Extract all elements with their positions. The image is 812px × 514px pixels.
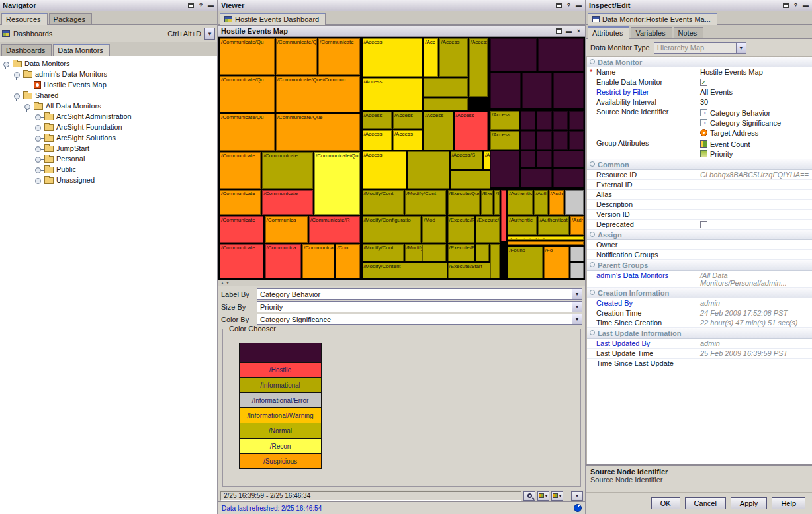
treemap-tile-fo[interactable]: /Fo <box>544 247 569 278</box>
expand-icon[interactable] <box>34 155 42 163</box>
treemap-tile-mod[interactable]: /Mod <box>422 216 446 243</box>
splitter-down-icon[interactable]: ▼ <box>226 281 230 285</box>
treemap-tile[interactable] <box>476 244 489 261</box>
treemap-tile-communica[interactable]: /Communica <box>265 244 301 278</box>
minimize-icon[interactable]: ▬ <box>207 2 214 9</box>
inspector-tab-notes[interactable]: Notes <box>674 27 704 38</box>
cancel-button[interactable]: Cancel <box>685 497 726 509</box>
treemap-tile[interactable] <box>521 111 535 130</box>
tree-node-unassigned[interactable]: Unassigned <box>0 175 217 185</box>
section-header-common[interactable]: Common <box>587 159 812 170</box>
color-swatch-normal[interactable]: /Normal <box>239 423 322 439</box>
section-header-creation-information[interactable]: Creation Information <box>587 288 812 298</box>
resource-selector-label[interactable]: Dashboards <box>13 30 164 38</box>
size-by-combo[interactable]: Priority▾ <box>257 301 582 312</box>
treemap-tile-authenticat[interactable]: /Authenticat <box>538 216 568 235</box>
treemap-tile-acc[interactable]: /Acc <box>424 38 438 77</box>
expand-icon[interactable] <box>34 145 42 152</box>
tab-data-monitor[interactable]: Data Monitor:Hostile Events Ma... <box>588 13 717 25</box>
treemap-tile[interactable] <box>501 190 506 241</box>
treemap-tile[interactable] <box>521 151 535 168</box>
attr-value[interactable] <box>698 190 812 199</box>
treemap-tile-execute-r[interactable]: /Execute/R <box>448 216 474 243</box>
treemap-tile-modify-content[interactable]: /Modify/Content <box>363 263 448 278</box>
attr-value[interactable] <box>698 240 812 249</box>
treemap-tile-access[interactable]: /Access <box>363 112 392 129</box>
attr-value[interactable]: admin <box>698 298 812 308</box>
help-icon[interactable]: ? <box>197 2 204 9</box>
treemap-tile-access[interactable]: /Access <box>363 130 392 150</box>
treemap-tile-communicate[interactable]: /Communicate <box>262 190 313 215</box>
treemap-tile-communicate-qu[interactable]: /Communicate/Qu <box>220 38 275 75</box>
attr-value[interactable]: 22 hour(s) 47 min(s) 51 sec(s) <box>698 318 812 327</box>
attr-value[interactable] <box>698 200 812 209</box>
treemap-tile-communicate[interactable]: /Communicate <box>220 152 261 189</box>
treemap-tile-communica[interactable]: /Communica <box>302 244 334 278</box>
treemap-tile[interactable] <box>537 151 551 168</box>
attr-value[interactable]: Hostile Events Map <box>698 67 812 77</box>
treemap-tile[interactable] <box>521 169 551 187</box>
treemap-tile[interactable] <box>553 111 568 130</box>
treemap-tile-a[interactable]: /A <box>484 151 490 170</box>
minimize-icon[interactable]: ▬ <box>565 28 572 34</box>
float-panel-icon[interactable] <box>555 28 563 34</box>
tree-node-arcsight-solutions[interactable]: ArcSight Solutions <box>0 132 217 143</box>
zoom-tool-button[interactable] <box>523 491 535 501</box>
section-toggle-icon[interactable] <box>589 161 595 169</box>
panel-dropdown-button[interactable]: ▾ <box>571 491 583 501</box>
attr-value[interactable]: 24 Feb 2009 17:52:08 PST <box>698 308 812 318</box>
resource-selector-dropdown[interactable]: ▾ <box>204 28 215 40</box>
treemap-tile-auth[interactable]: /Auth <box>570 216 584 235</box>
ok-button[interactable]: OK <box>651 497 680 509</box>
treemap-tile-auth[interactable]: /Auth <box>534 190 547 215</box>
treemap-tile-access[interactable]: /Access <box>363 151 406 189</box>
treemap-tile-modify-cont[interactable]: /Modify/Cont <box>363 190 404 215</box>
expand-icon[interactable] <box>34 113 42 120</box>
attr-value[interactable]: 30 <box>698 97 812 107</box>
tree-node-public[interactable]: Public <box>0 164 217 175</box>
treemap-tile-execute-s[interactable]: /Execute/S <box>476 216 500 243</box>
apply-button[interactable]: Apply <box>731 497 768 509</box>
treemap-tile[interactable] <box>553 73 584 108</box>
treemap-tile-communicate-que-commun[interactable]: /Communicate/Que/Commun <box>276 76 360 112</box>
treemap-tile-access[interactable]: /Access <box>363 78 423 110</box>
chevron-down-icon[interactable]: ▾ <box>572 302 582 312</box>
treemap-tile[interactable] <box>553 169 584 187</box>
checkbox-checked[interactable]: ✓ <box>700 79 707 86</box>
treemap-tile[interactable] <box>553 151 584 168</box>
collapse-icon[interactable] <box>13 71 21 78</box>
color-swatch-informational-error[interactable]: /Informational/Error <box>239 393 322 408</box>
help-icon[interactable]: ? <box>565 2 572 9</box>
treemap-tile-execute-f[interactable]: /Execute/F <box>448 244 474 261</box>
chevron-down-icon[interactable]: ▾ <box>572 289 582 299</box>
attr-value[interactable] <box>698 359 812 368</box>
treemap-tile-access-s[interactable]: /Access/S <box>451 151 482 170</box>
attr-value[interactable] <box>698 250 812 259</box>
tree-node-jumpstart[interactable]: JumpStart <box>0 143 217 153</box>
section-toggle-icon[interactable] <box>589 289 595 297</box>
tree-node-admin-s-data-monitors[interactable]: admin's Data Monitors <box>0 69 217 79</box>
treemap-tile-con[interactable]: /Con <box>336 244 359 278</box>
treemap-tile[interactable] <box>451 171 490 189</box>
expand-icon[interactable] <box>34 166 42 173</box>
float-panel-icon[interactable] <box>782 2 789 9</box>
treemap-tile-communicate[interactable]: /Communicate <box>318 38 359 75</box>
treemap-tile[interactable] <box>522 73 551 108</box>
treemap-tile[interactable] <box>422 244 446 261</box>
attr-value[interactable]: 25 Feb 2009 16:39:59 PST <box>698 349 812 358</box>
treemap-tile[interactable] <box>424 98 467 110</box>
hostile-events-treemap[interactable]: /Communicate/Qu/Communicate/Que/Communic… <box>218 37 585 280</box>
color-swatch-suspicious[interactable]: /Suspicious <box>239 454 322 469</box>
treemap-tile-execute-que[interactable]: /Execute/Que <box>448 190 480 215</box>
chevron-down-icon[interactable]: ▾ <box>572 314 582 324</box>
treemap-tile[interactable] <box>490 73 521 108</box>
treemap-tile-access[interactable]: /Access <box>439 38 467 77</box>
treemap-tile[interactable] <box>570 247 584 261</box>
treemap-tile-exec[interactable]: /Exec <box>481 190 493 215</box>
viewer-splitter[interactable]: ▲ ▼ <box>218 280 585 286</box>
treemap-tile-communicate-que[interactable]: /Communicate/Que <box>276 38 317 75</box>
tree-node-hostile-events-map[interactable]: Hostile Events Map <box>0 79 217 90</box>
treemap-tile-access[interactable]: /Access <box>455 112 488 150</box>
minimize-icon[interactable]: ▬ <box>575 2 582 9</box>
treemap-tile-modify-cont[interactable]: /Modify/Cont <box>363 244 404 261</box>
